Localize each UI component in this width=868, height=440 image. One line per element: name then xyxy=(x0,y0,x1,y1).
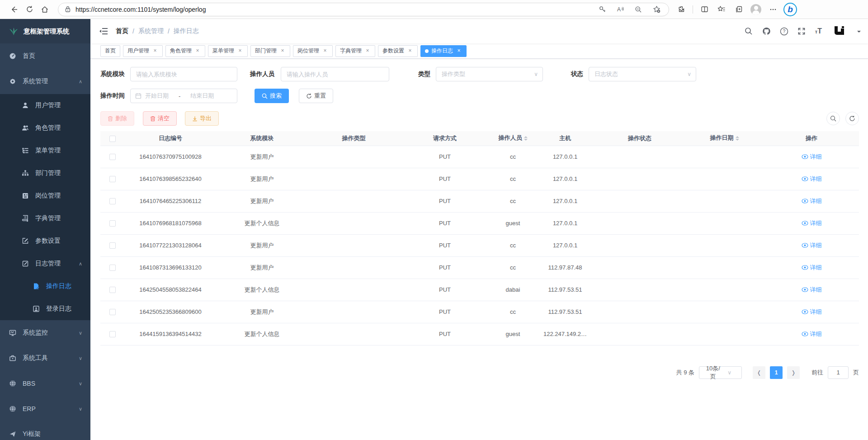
detail-link[interactable]: 详细 xyxy=(802,241,822,250)
tab-posts[interactable]: 岗位管理× xyxy=(293,45,333,57)
sidebar-item-posts[interactable]: 岗位管理 xyxy=(0,185,90,207)
detail-link[interactable]: 详细 xyxy=(802,286,822,294)
sidebar-item-params[interactable]: 参数设置 xyxy=(0,230,90,252)
github-icon[interactable] xyxy=(762,27,771,36)
profile-avatar[interactable] xyxy=(748,3,764,16)
detail-link[interactable]: 详细 xyxy=(802,175,822,183)
row-checkbox[interactable] xyxy=(109,331,116,337)
bing-chat-icon[interactable]: b xyxy=(783,3,798,16)
sidebar-toggle-icon[interactable] xyxy=(99,26,108,36)
chevron-down-icon[interactable] xyxy=(857,31,861,34)
status-select[interactable]: 日志状态 ∨ xyxy=(589,67,696,81)
help-icon[interactable]: ? xyxy=(780,27,788,36)
row-checkbox[interactable] xyxy=(109,154,116,160)
close-icon[interactable]: × xyxy=(194,48,201,54)
close-icon[interactable]: × xyxy=(407,48,413,54)
row-checkbox[interactable] xyxy=(109,220,116,227)
sort-icon[interactable] xyxy=(736,134,739,142)
read-aloud-icon[interactable]: A xyxy=(613,3,628,16)
clear-button[interactable]: 清空 xyxy=(143,111,177,126)
detail-link[interactable]: 详细 xyxy=(802,219,822,227)
tab-users[interactable]: 用户管理× xyxy=(123,45,163,57)
address-bar[interactable]: https://ccnetcore.com:1101/system/log/op… xyxy=(58,3,669,16)
tab-home[interactable]: 首页 xyxy=(100,45,120,57)
favorites-bar-icon[interactable] xyxy=(714,3,729,16)
close-icon[interactable]: × xyxy=(237,48,243,54)
sidebar-item-menus[interactable]: 菜单管理 xyxy=(0,139,90,162)
detail-link[interactable]: 详细 xyxy=(802,197,822,205)
col-date[interactable]: 操作日期 xyxy=(685,131,764,146)
sort-icon[interactable] xyxy=(524,134,528,142)
next-page-button[interactable]: ❭ xyxy=(787,366,800,379)
favorite-star-icon[interactable] xyxy=(649,3,664,16)
close-icon[interactable]: × xyxy=(456,48,462,54)
table-refresh-button[interactable] xyxy=(845,112,859,125)
search-button[interactable]: 搜索 xyxy=(255,89,289,103)
back-icon[interactable] xyxy=(6,3,22,16)
tab-params[interactable]: 参数设置× xyxy=(378,45,418,57)
page-size-select[interactable]: 10条/页 ∨ xyxy=(699,366,742,379)
export-button[interactable]: 导出 xyxy=(185,111,219,126)
home-icon[interactable] xyxy=(37,3,52,16)
sidebar-item-operlog[interactable]: 操作日志 xyxy=(0,275,90,298)
user-avatar[interactable] xyxy=(831,23,848,40)
row-checkbox[interactable] xyxy=(109,265,116,271)
refresh-icon[interactable] xyxy=(22,3,37,16)
sidebar-item-loginlog[interactable]: 登录日志 xyxy=(0,298,90,320)
fullscreen-icon[interactable] xyxy=(797,27,806,36)
type-select[interactable]: 操作类型 ∨ xyxy=(436,67,543,81)
module-input[interactable] xyxy=(130,67,237,81)
tab-departments[interactable]: 部门管理× xyxy=(250,45,290,57)
row-checkbox[interactable] xyxy=(109,309,116,315)
breadcrumb-home[interactable]: 首页 xyxy=(116,27,128,35)
sidebar-item-erp[interactable]: ERP ∨ xyxy=(0,396,90,421)
detail-link[interactable]: 详细 xyxy=(802,308,822,316)
close-icon[interactable]: × xyxy=(322,48,328,54)
close-icon[interactable]: × xyxy=(152,48,158,54)
row-checkbox[interactable] xyxy=(109,198,116,204)
date-range-picker[interactable]: 开始日期 - 结束日期 xyxy=(130,89,237,103)
col-operator[interactable]: 操作人员 xyxy=(490,131,536,146)
tab-dict[interactable]: 字典管理× xyxy=(335,45,375,57)
font-size-icon[interactable]: тT xyxy=(815,27,822,35)
sidebar-item-logs[interactable]: 日志管理 ∧ xyxy=(0,252,90,275)
goto-page-input[interactable] xyxy=(828,366,849,379)
tab-roles[interactable]: 角色管理× xyxy=(165,45,205,57)
close-icon[interactable]: × xyxy=(279,48,286,54)
collections-icon[interactable] xyxy=(731,3,746,16)
sidebar-item-users[interactable]: 用户管理 xyxy=(0,94,90,117)
page-1-button[interactable]: 1 xyxy=(770,366,783,379)
reset-button[interactable]: 重置 xyxy=(299,89,333,103)
sidebar-item-monitor[interactable]: 系统监控 ∨ xyxy=(0,320,90,345)
split-screen-icon[interactable] xyxy=(697,3,712,16)
sidebar-item-yi-framework[interactable]: Yi框架 xyxy=(0,421,90,440)
select-all-checkbox[interactable] xyxy=(109,136,116,142)
detail-link[interactable]: 详细 xyxy=(802,153,822,161)
row-checkbox[interactable] xyxy=(109,242,116,249)
extensions-icon[interactable] xyxy=(674,3,689,16)
password-key-icon[interactable] xyxy=(594,3,610,16)
sidebar-item-bbs[interactable]: BBS ∨ xyxy=(0,371,90,396)
row-checkbox[interactable] xyxy=(109,287,116,293)
operator-input[interactable] xyxy=(281,67,389,81)
row-checkbox[interactable] xyxy=(109,176,116,182)
breadcrumb-system[interactable]: 系统管理 xyxy=(138,27,164,35)
tab-operlog[interactable]: 操作日志× xyxy=(420,45,467,57)
search-icon[interactable] xyxy=(745,27,753,36)
zoom-out-icon[interactable] xyxy=(631,3,646,16)
close-icon[interactable]: × xyxy=(364,48,371,54)
sidebar-item-tools[interactable]: 系统工具 ∨ xyxy=(0,345,90,371)
delete-button[interactable]: 删除 xyxy=(100,111,134,126)
sidebar-item-dict[interactable]: 字典管理 xyxy=(0,207,90,230)
sidebar-item-home[interactable]: 首页 xyxy=(0,43,90,69)
sidebar-item-roles[interactable]: 角色管理 xyxy=(0,117,90,139)
sidebar-item-departments[interactable]: 部门管理 xyxy=(0,162,90,185)
tab-menus[interactable]: 菜单管理× xyxy=(208,45,248,57)
prev-page-button[interactable]: ❬ xyxy=(753,366,765,379)
table-search-button[interactable] xyxy=(826,112,840,125)
detail-link[interactable]: 详细 xyxy=(802,264,822,272)
url-text[interactable]: https://ccnetcore.com:1101/system/log/op… xyxy=(75,6,594,13)
detail-link[interactable]: 详细 xyxy=(802,330,822,338)
settings-more-icon[interactable] xyxy=(765,3,781,16)
sidebar-item-system[interactable]: 系统管理 ∧ xyxy=(0,69,90,94)
